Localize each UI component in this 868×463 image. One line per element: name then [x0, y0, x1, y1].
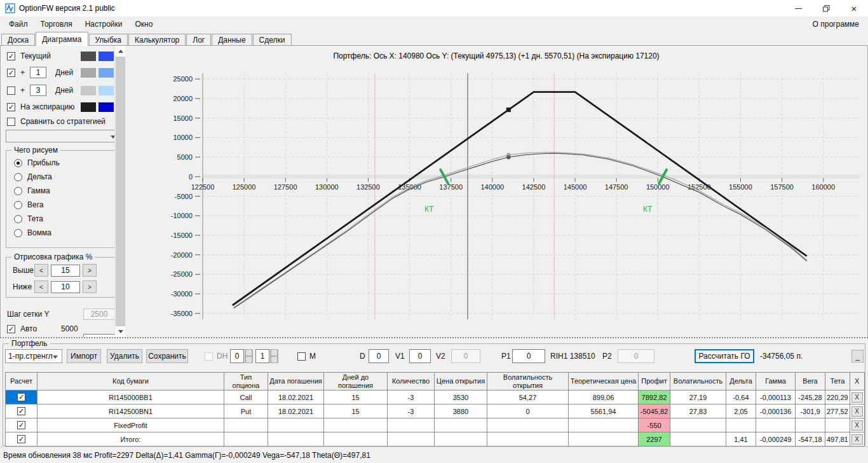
radio-vega[interactable] [14, 201, 22, 209]
spinner-2-down[interactable] [270, 356, 278, 363]
column-header[interactable]: Дней до погашения [324, 373, 388, 390]
column-header[interactable]: Количество [388, 373, 435, 390]
radio-vega-row[interactable]: Вега [6, 198, 119, 212]
delete-button[interactable]: Удалить [107, 349, 142, 363]
column-header[interactable]: Цена открытия [435, 373, 487, 390]
column-header[interactable]: Волатильность открытия [487, 373, 569, 390]
m-checkbox[interactable] [297, 352, 306, 361]
spinner-1-down[interactable] [245, 356, 253, 363]
above-increment-button[interactable]: > [83, 264, 97, 277]
expiry-color-swatch-1[interactable] [81, 102, 96, 112]
column-header[interactable]: Дата погашения [268, 373, 324, 390]
menu-trading[interactable]: Торговля [34, 18, 79, 31]
radio-gamma[interactable] [14, 187, 22, 195]
v1-input[interactable]: 0 [409, 349, 431, 363]
row-delete-button[interactable]: X [851, 434, 863, 445]
tab-log[interactable]: Лог [186, 34, 211, 46]
menu-window[interactable]: Окно [129, 18, 159, 31]
radio-profit[interactable] [14, 159, 22, 167]
current-color-swatch-1[interactable] [81, 52, 96, 61]
column-header[interactable]: Гамма [756, 373, 796, 390]
row-delete-button[interactable]: X [851, 420, 863, 431]
sidebar-scrollbar[interactable] [114, 46, 125, 337]
plus1-color-swatch-2[interactable] [98, 68, 114, 78]
tab-deals[interactable]: Сделки [253, 34, 292, 46]
below-value[interactable]: 10 [51, 281, 80, 293]
row-calc-checkbox[interactable] [17, 407, 25, 415]
collapse-button[interactable]: _ [851, 350, 864, 363]
spinner-1-value[interactable]: 0 [230, 349, 244, 363]
radio-delta-row[interactable]: Дельта [6, 170, 119, 184]
scroll-up-button[interactable] [115, 46, 125, 57]
tab-calculator[interactable]: Калькулятор [128, 34, 186, 46]
save-button[interactable]: Сохранить [146, 349, 188, 363]
scroll-thumb[interactable] [116, 57, 125, 326]
spinner-2-value[interactable]: 1 [255, 349, 269, 363]
plus3-days-input[interactable]: 3 [30, 85, 46, 96]
row-delete-button[interactable]: X [851, 406, 863, 417]
strategy-dropdown[interactable] [6, 130, 120, 142]
menu-file[interactable]: Файл [3, 18, 34, 31]
tab-diagram[interactable]: Диаграмма [36, 32, 88, 46]
row-delete-button[interactable]: X [851, 392, 863, 403]
below-increment-button[interactable]: > [83, 280, 97, 293]
dh-checkbox[interactable] [205, 352, 213, 361]
row-calc-checkbox[interactable] [17, 393, 25, 401]
profit-chart[interactable]: 2500020000150001000050000-5000-10000-150… [125, 59, 868, 337]
plus1-checkbox[interactable] [7, 69, 15, 77]
menu-settings[interactable]: Настройки [79, 18, 129, 31]
column-header[interactable]: Тета [825, 373, 850, 390]
row-calc-checkbox[interactable] [17, 421, 25, 429]
restore-button[interactable] [812, 0, 840, 17]
below-decrement-button[interactable]: < [34, 280, 48, 293]
radio-profit-row[interactable]: Прибыль [6, 156, 119, 170]
expiry-color-swatch-2[interactable] [98, 102, 114, 112]
row-calc-cell[interactable] [6, 390, 37, 404]
above-value[interactable]: 15 [51, 265, 80, 277]
column-header[interactable]: Волатильность [670, 373, 726, 390]
column-header[interactable]: Дельта [726, 373, 756, 390]
menu-about[interactable]: О программе [806, 18, 865, 31]
column-header[interactable]: Расчет [6, 373, 37, 390]
preset-dropdown[interactable]: 1-пр.стренгл [5, 349, 62, 363]
column-header[interactable]: X [850, 373, 864, 390]
row-calc-cell[interactable] [6, 418, 37, 432]
grid-step-input[interactable]: 2500 [83, 308, 115, 320]
minimize-button[interactable] [784, 0, 812, 17]
column-header[interactable]: Код бумаги [37, 373, 224, 390]
column-header[interactable]: Теоретическая цена [569, 373, 639, 390]
scroll-down-button[interactable] [115, 326, 125, 337]
p1-input[interactable]: 0 [512, 349, 545, 363]
radio-theta-row[interactable]: Тета [6, 212, 119, 226]
radio-vomma-row[interactable]: Вомма [6, 226, 119, 240]
grid-auto-checkbox[interactable] [7, 325, 15, 333]
expiry-checkbox[interactable] [7, 103, 15, 111]
compare-checkbox[interactable] [7, 118, 15, 126]
spinner-2-up[interactable] [270, 349, 278, 356]
above-decrement-button[interactable]: < [34, 264, 48, 277]
import-button[interactable]: Импорт [67, 349, 101, 363]
row-calc-cell[interactable] [6, 432, 37, 446]
column-header[interactable]: Профит [639, 373, 670, 390]
row-calc-cell[interactable] [6, 404, 37, 418]
column-header[interactable]: Тип опциона [224, 373, 268, 390]
p2-input[interactable]: 0 [618, 349, 654, 363]
column-header[interactable]: Вега [796, 373, 825, 390]
spinner-1-up[interactable] [245, 349, 253, 356]
calc-margin-button[interactable]: Рассчитать ГО [695, 349, 754, 363]
current-checkbox[interactable] [7, 52, 15, 60]
tab-smile[interactable]: Улыбка [89, 34, 128, 46]
radio-delta[interactable] [14, 173, 22, 181]
v2-input[interactable]: 0 [451, 349, 480, 363]
close-button[interactable]: × [840, 0, 868, 17]
tab-board[interactable]: Доска [1, 34, 35, 46]
radio-vomma[interactable] [14, 229, 22, 237]
plus1-days-input[interactable]: 1 [30, 67, 46, 78]
current-color-swatch-2[interactable] [98, 52, 114, 61]
plus3-color-swatch-1[interactable] [81, 86, 96, 95]
radio-theta[interactable] [14, 215, 22, 223]
plus1-color-swatch-1[interactable] [81, 68, 96, 78]
plus3-color-swatch-2[interactable] [98, 86, 114, 95]
plus3-checkbox[interactable] [7, 86, 15, 95]
tab-data[interactable]: Данные [212, 34, 252, 46]
